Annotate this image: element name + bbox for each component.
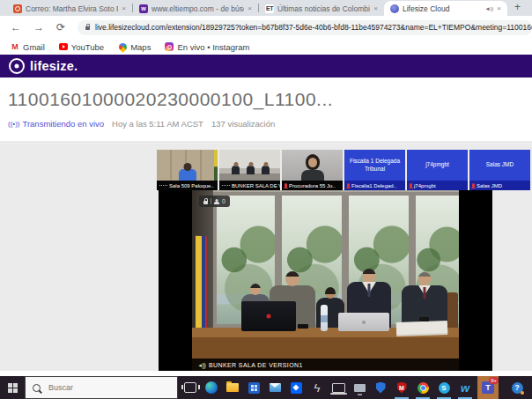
laptop-icon <box>332 383 345 393</box>
tab-close-icon[interactable]: × <box>248 4 252 12</box>
security-app-button[interactable] <box>371 376 390 399</box>
w-favicon-icon: w <box>139 4 148 13</box>
outlook-favicon-icon <box>13 4 22 13</box>
start-button[interactable] <box>0 376 25 399</box>
url-text[interactable]: live.lifesizecloud.com/extension/1892972… <box>95 23 532 32</box>
edge-button[interactable] <box>202 376 221 399</box>
teams-notification-badge: 9+ <box>489 377 499 384</box>
audio-meter-icon <box>159 185 167 186</box>
mcafee-button[interactable]: M <box>392 376 411 399</box>
macbook <box>338 313 389 331</box>
store-app-button[interactable] <box>244 376 263 399</box>
bookmark-label: YouTube <box>71 42 104 52</box>
laptop-app-button[interactable] <box>329 376 348 399</box>
w-app-button[interactable]: w <box>455 376 475 399</box>
phone <box>298 324 308 329</box>
file-explorer-button[interactable] <box>223 376 242 399</box>
taskbar-search-box[interactable] <box>25 376 178 399</box>
participant-label: j74pmgbt <box>407 181 468 190</box>
muted-mic-icon <box>347 183 350 188</box>
stream-title: 11001601000020230000100_L1100... <box>8 89 333 110</box>
colombia-flag <box>196 236 207 338</box>
tab-title: Lifesize Cloud <box>403 4 481 13</box>
participant-tile-salas-jmd[interactable]: Salas JMD Salas JMD <box>469 150 530 190</box>
divider <box>211 198 211 204</box>
tab-audio-icon[interactable]: ◄)) <box>484 6 493 11</box>
forward-button[interactable]: → <box>33 21 44 33</box>
lifesize-logo-icon <box>9 58 25 74</box>
muted-mic-icon <box>472 183 475 188</box>
search-icon <box>33 384 41 392</box>
participant-video <box>219 150 280 181</box>
phone <box>419 317 429 321</box>
browser-tab-strip: Correo: Martha Elvira Soto Franc × w www… <box>0 0 532 16</box>
mail-button[interactable] <box>265 376 284 399</box>
dropbox-button[interactable] <box>286 376 306 399</box>
reload-button[interactable]: ⟳ <box>56 21 65 33</box>
weather-button[interactable] <box>528 376 532 399</box>
tab-noticias[interactable]: ET Últimas noticias de Colombia y e × <box>259 1 384 16</box>
person-icon <box>214 199 219 204</box>
tab-close-icon[interactable]: × <box>373 4 378 12</box>
participant-tile-bunker[interactable]: BUNKER SALA DE V.. <box>219 150 280 190</box>
chrome-icon <box>417 382 429 394</box>
task-view-button[interactable] <box>181 376 200 399</box>
audio-meter-icon <box>222 185 230 186</box>
main-video-feed[interactable]: 0 ◄))) BUNKER SALA DE VERSION1 <box>192 190 459 371</box>
active-speaker-name: BUNKER SALA DE VERSION1 <box>209 362 303 368</box>
pc-app-button[interactable] <box>350 376 369 399</box>
mail-icon <box>270 383 281 392</box>
w-app-icon: w <box>460 382 471 394</box>
chrome-button[interactable] <box>413 376 432 399</box>
view-count: 137 visualización <box>211 119 275 129</box>
participant-label: Procuradora 55 Ju.. <box>282 181 343 190</box>
participant-name-card: j74pmgbt <box>407 150 468 181</box>
lifesize-header: lifesize. <box>0 55 532 78</box>
skype-button[interactable]: S <box>434 376 454 399</box>
blue-tiles-app-icon <box>248 382 260 394</box>
tab-eltiempo-busqueda[interactable]: w www.eltiempo.com - de búsqued × <box>133 1 258 16</box>
task-view-icon <box>184 382 196 393</box>
new-tab-button[interactable]: + <box>514 1 521 13</box>
bookmark-gmail[interactable]: M Gmail <box>11 42 45 52</box>
teams-button[interactable]: T 9+ <box>477 376 499 399</box>
bookmark-label: Maps <box>130 42 151 52</box>
utility-app-button[interactable]: ϟ <box>307 376 327 399</box>
https-lock-icon[interactable] <box>85 26 90 30</box>
mcafee-shield-icon: M <box>397 382 407 394</box>
tab-lifesize-active[interactable]: Lifesize Cloud ◄)) × <box>384 1 507 16</box>
participant-video <box>157 150 218 181</box>
participant-tile-sala509[interactable]: Sala 509 Paloque.. <box>157 150 218 190</box>
main-video-frame: 0 ◄))) BUNKER SALA DE VERSION1 <box>159 190 492 371</box>
maps-pin-icon <box>118 42 127 51</box>
participant-video <box>282 150 343 181</box>
live-indicator: ((•)) Transmitiendo en vivo <box>8 119 104 129</box>
shield-icon <box>376 382 386 394</box>
bookmark-maps[interactable]: Maps <box>118 42 151 52</box>
gmail-icon: M <box>11 42 19 51</box>
bookmark-youtube[interactable]: YouTube <box>59 42 104 52</box>
participant-tile-fiscalia[interactable]: Fiscalia 1 Delegada Tribunal Fiscalia1 D… <box>344 150 405 190</box>
stream-time: Hoy a las 5:11 AM ACST <box>112 119 203 129</box>
lifesize-brand-name: lifesize. <box>30 59 78 73</box>
back-button[interactable]: ← <box>11 21 21 33</box>
skype-icon: S <box>439 382 450 394</box>
video-player-area: Sala 509 Paloque.. BUNKER SALA DE V.. <box>0 141 532 371</box>
tab-title: www.eltiempo.com - de búsqued <box>151 4 244 13</box>
participant-name-card: Fiscalia 1 Delegada Tribunal <box>344 150 405 181</box>
participant-tile-j74pmgbt[interactable]: j74pmgbt j74pmgbt <box>407 150 468 190</box>
search-input[interactable] <box>47 382 147 393</box>
tab-correo[interactable]: Correo: Martha Elvira Soto Franc × <box>7 1 132 16</box>
stream-meta: ((•)) Transmitiendo en vivo Hoy a las 5:… <box>8 119 275 129</box>
address-bar[interactable]: live.lifesizecloud.com/extension/1892972… <box>78 20 532 35</box>
help-button[interactable]: ? <box>507 376 527 399</box>
participant-tile-procuradora[interactable]: Procuradora 55 Ju.. <box>282 150 343 190</box>
tab-close-icon[interactable]: × <box>122 4 126 12</box>
tab-close-icon[interactable]: × <box>497 4 501 12</box>
edge-icon <box>205 381 218 394</box>
muted-mic-icon <box>410 183 412 188</box>
live-broadcast-icon: ((•)) <box>8 120 19 128</box>
locked-participants-badge: 0 <box>199 196 230 207</box>
bookmark-instagram[interactable]: En vivo • Instagram <box>165 42 249 52</box>
participant-filmstrip: Sala 509 Paloque.. BUNKER SALA DE V.. <box>157 150 532 190</box>
